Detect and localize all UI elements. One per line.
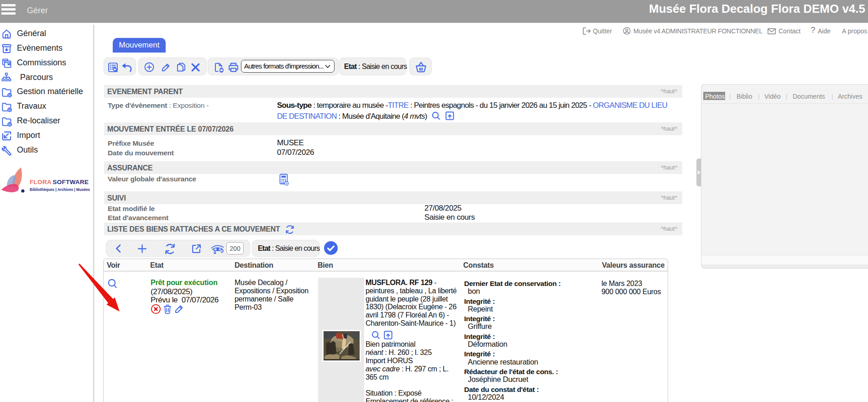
svg-text:SOFTWARE: SOFTWARE: [53, 179, 89, 185]
svg-text:Bibliothèques | Archives | Mus: Bibliothèques | Archives | Musées: [30, 188, 90, 192]
svg-text:FLORA: FLORA: [30, 179, 52, 185]
